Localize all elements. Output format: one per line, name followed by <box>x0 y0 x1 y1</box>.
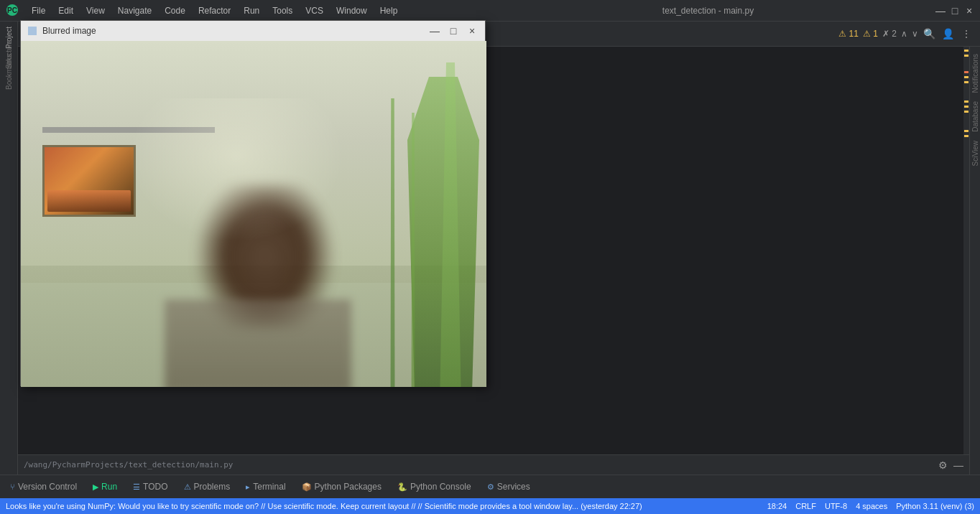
scrollbar-gutter[interactable] <box>963 47 969 475</box>
scroll-marker-6 <box>964 101 969 103</box>
menu-run[interactable]: Run <box>238 4 265 17</box>
menu-file[interactable]: File <box>26 4 51 17</box>
editor-bottom-bar: /wang/PycharmProjects/text_detection/mai… <box>18 454 969 475</box>
todo-icon: ☰ <box>133 482 140 492</box>
menu-refactor[interactable]: Refactor <box>193 4 236 17</box>
menu-tools[interactable]: Tools <box>267 4 298 17</box>
light-area <box>129 98 344 242</box>
menu-code[interactable]: Code <box>159 4 191 17</box>
todo-tab[interactable]: ☰ TODO <box>126 479 175 495</box>
opencv-window[interactable]: Blurred image — □ × <box>20 20 486 386</box>
terminal-tab[interactable]: ▸ Terminal <box>239 479 292 495</box>
title-bar: PC File Edit View Navigate Code Refactor… <box>0 0 980 22</box>
scroll-marker-3 <box>964 71 969 73</box>
editor-bottom-right: ⚙ — <box>938 459 963 471</box>
notifications-panel-tab[interactable]: Notifications <box>970 50 981 97</box>
terminal-label: Terminal <box>253 482 285 492</box>
scroll-marker-9 <box>964 130 969 132</box>
python-packages-icon: 📦 <box>302 482 312 492</box>
more-button[interactable]: ⋮ <box>958 26 974 42</box>
file-path: /wang/PycharmProjects/text_detection/mai… <box>24 460 233 469</box>
maximize-button[interactable]: □ <box>950 6 960 16</box>
notifications-area: ⚠ 11 ⚠ 1 ✗ 2 ∧ ∨ <box>838 29 918 39</box>
settings-icon[interactable]: ⚙ <box>938 459 948 471</box>
window-controls: — □ × <box>935 6 974 16</box>
close-button[interactable]: × <box>964 6 974 16</box>
status-encoding[interactable]: CRLF <box>795 502 816 510</box>
menu-bar: File Edit View Navigate Code Refactor Ru… <box>26 4 481 17</box>
collapse-icon[interactable]: — <box>953 459 963 471</box>
problems-tab[interactable]: ⚠ Problems <box>177 479 238 495</box>
status-python[interactable]: Python 3.11 (venv) (3) <box>896 502 974 510</box>
version-control-label: Version Control <box>18 482 77 492</box>
scroll-marker-2 <box>964 55 969 57</box>
window-title: text_detection - main.py <box>481 6 935 16</box>
opencv-titlebar: Blurred image — □ × <box>21 21 485 41</box>
python-console-label: Python Console <box>410 482 471 492</box>
python-packages-label: Python Packages <box>315 482 382 492</box>
version-control-tab[interactable]: ⑂ Version Control <box>3 479 84 495</box>
app-logo: PC <box>6 4 20 18</box>
scroll-marker-1 <box>964 50 969 52</box>
status-bar: Looks like you're using NumPy: Would you… <box>0 498 980 514</box>
services-tab[interactable]: ⚙ Services <box>480 479 537 495</box>
notification-chevron-down[interactable]: ∨ <box>912 29 918 39</box>
run-tab[interactable]: ▶ Run <box>85 479 124 495</box>
sciview-panel-tab[interactable]: SciView <box>970 136 981 170</box>
scroll-marker-8 <box>964 111 969 113</box>
wall-picture <box>42 145 136 217</box>
sidebar-bookmarks-icon[interactable]: Bookmarks <box>1 65 16 79</box>
right-side-panel: Notifications Database SciView <box>969 47 980 475</box>
status-right: 18:24 CRLF UTF-8 4 spaces Python 3.11 (v… <box>767 502 974 510</box>
opencv-window-title: Blurred image <box>42 26 423 36</box>
warning-count[interactable]: ⚠ 11 <box>838 29 859 39</box>
services-label: Services <box>497 482 530 492</box>
python-console-tab[interactable]: 🐍 Python Console <box>390 479 479 495</box>
opencv-window-icon <box>27 25 38 37</box>
menu-navigate[interactable]: Navigate <box>112 4 157 17</box>
svg-rect-3 <box>28 27 37 35</box>
todo-label: TODO <box>143 482 167 492</box>
scroll-marker-5 <box>964 81 969 83</box>
run-icon: ▶ <box>93 482 98 492</box>
user-icon[interactable]: 👤 <box>940 26 956 42</box>
scroll-marker-7 <box>964 106 969 108</box>
menu-vcs[interactable]: VCS <box>300 4 329 17</box>
menu-help[interactable]: Help <box>374 4 404 17</box>
left-sidebar: Project Structure Bookmarks <box>0 22 18 475</box>
menu-window[interactable]: Window <box>330 4 373 17</box>
status-message: Looks like you're using NumPy: Would you… <box>6 502 642 510</box>
status-line-col[interactable]: 18:24 <box>767 502 787 510</box>
database-panel-tab[interactable]: Database <box>970 97 981 136</box>
person-body <box>165 299 351 387</box>
menu-view[interactable]: View <box>80 4 111 17</box>
status-charset[interactable]: UTF-8 <box>825 502 847 510</box>
version-control-icon: ⑂ <box>10 482 15 491</box>
bottom-toolbar: ⑂ Version Control ▶ Run ☰ TODO ⚠ Problem… <box>0 475 980 498</box>
python-packages-tab[interactable]: 📦 Python Packages <box>295 479 389 495</box>
error-count[interactable]: ✗ 2 <box>882 29 897 39</box>
opencv-maximize-button[interactable]: □ <box>446 24 461 38</box>
alert-count[interactable]: ⚠ 1 <box>863 29 878 39</box>
opencv-minimize-button[interactable]: — <box>427 24 442 38</box>
python-console-icon: 🐍 <box>397 482 407 492</box>
opencv-close-button[interactable]: × <box>465 24 479 38</box>
toolbar-right: ⚠ 11 ⚠ 1 ✗ 2 ∧ ∨ 🔍 👤 ⋮ <box>838 26 974 42</box>
search-everywhere-button[interactable]: 🔍 <box>921 26 937 42</box>
minimize-button[interactable]: — <box>935 6 946 16</box>
svg-text:PC: PC <box>7 6 17 14</box>
problems-icon: ⚠ <box>184 482 191 492</box>
menu-edit[interactable]: Edit <box>52 4 79 17</box>
problems-label: Problems <box>194 482 231 492</box>
scroll-marker-4 <box>964 76 969 78</box>
opencv-image <box>21 41 486 387</box>
run-label: Run <box>101 482 117 492</box>
services-icon: ⚙ <box>487 482 494 492</box>
status-indent[interactable]: 4 spaces <box>856 502 887 510</box>
terminal-icon: ▸ <box>246 482 250 492</box>
scroll-marker-10 <box>964 135 969 137</box>
notification-chevron-up[interactable]: ∧ <box>901 29 907 39</box>
